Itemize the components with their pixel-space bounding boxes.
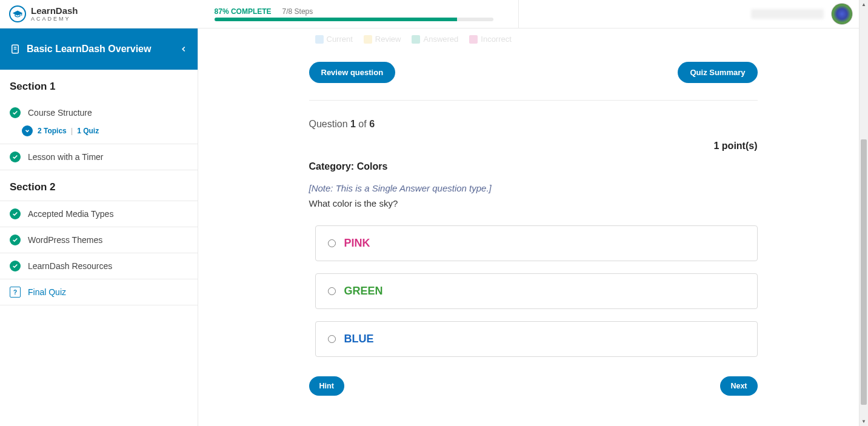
question-note: [Note: This is a Single Answer question …: [309, 183, 758, 193]
answer-label: PINK: [344, 237, 370, 250]
answer-label: BLUE: [344, 333, 374, 345]
review-question-button[interactable]: Review question: [309, 62, 396, 83]
app-root: LearnDash ACADEMY 87% COMPLETE 7/8 Steps: [0, 0, 868, 426]
main-content: Current Review Answered Incorrect Review…: [198, 28, 868, 426]
top-button-row: Review question Quiz Summary: [309, 51, 758, 100]
legend-review: Review: [364, 35, 401, 44]
expand-row: 2 Topics | 1 Quiz: [0, 125, 198, 144]
question-word: Question: [309, 119, 350, 129]
separator: |: [71, 127, 73, 135]
progress-steps: 7/8 Steps: [282, 7, 313, 16]
sidebar-item-label: WordPress Themes: [28, 235, 102, 245]
next-button[interactable]: Next: [720, 376, 757, 396]
lesson-icon: [10, 44, 21, 55]
username-blurred: [751, 9, 824, 19]
quiz-content: Current Review Answered Incorrect Review…: [306, 28, 761, 420]
scroll-down-arrow[interactable]: ▼: [860, 417, 868, 426]
sidebar-item-label: Final Quiz: [28, 287, 66, 297]
topics-count: 2 Topics: [38, 127, 67, 135]
question-counter: Question 1 of 6: [309, 119, 758, 130]
question-text: What color is the sky?: [309, 198, 758, 208]
divider: [309, 100, 758, 101]
progress-labels: 87% COMPLETE 7/8 Steps: [215, 7, 493, 16]
sidebar: Basic LearnDash Overview Section 1 Cours…: [0, 28, 198, 426]
answer-label: GREEN: [344, 285, 383, 298]
sidebar-header: Basic LearnDash Overview: [0, 28, 198, 70]
progress-bar: [215, 18, 493, 21]
sidebar-item-lesson-timer[interactable]: Lesson with a Timer: [0, 144, 198, 170]
radio-green[interactable]: [328, 287, 336, 295]
legend-answered: Answered: [412, 35, 458, 44]
quiz-icon: ?: [10, 287, 21, 298]
sidebar-item-label: Accepted Media Types: [28, 209, 113, 219]
chevron-left-icon: [179, 45, 188, 53]
sidebar-collapse[interactable]: [179, 45, 188, 53]
progress-fill: [215, 18, 457, 21]
sidebar-item-label: Lesson with a Timer: [28, 152, 104, 162]
sidebar-item-ld-resources[interactable]: LearnDash Resources: [0, 253, 198, 279]
legend-row: Current Review Answered Incorrect: [309, 28, 758, 48]
body: Basic LearnDash Overview Section 1 Cours…: [0, 28, 868, 426]
header-right: [751, 3, 859, 25]
category-label: Category: Colors: [309, 161, 758, 172]
question-total: 6: [369, 119, 375, 129]
brand-name: LearnDash: [31, 6, 78, 15]
scrollbar[interactable]: ▲ ▼: [859, 0, 868, 426]
check-icon: [10, 208, 21, 219]
progress-percent: 87% COMPLETE: [215, 7, 272, 16]
scroll-up-arrow[interactable]: ▲: [860, 0, 868, 9]
header: LearnDash ACADEMY 87% COMPLETE 7/8 Steps: [0, 0, 868, 28]
check-icon: [10, 107, 21, 118]
legend-current: Current: [315, 35, 353, 44]
header-divider: [518, 0, 519, 28]
legend-incorrect: Incorrect: [469, 35, 512, 44]
brand-sub: ACADEMY: [31, 16, 78, 22]
answer-option-green[interactable]: GREEN: [315, 273, 758, 309]
avatar[interactable]: [831, 3, 853, 25]
bottom-button-row: Hint Next: [309, 376, 758, 396]
sidebar-item-label: Course Structure: [28, 108, 92, 118]
hint-button[interactable]: Hint: [309, 376, 344, 396]
quiz-summary-button[interactable]: Quiz Summary: [678, 62, 757, 83]
sidebar-item-final-quiz[interactable]: ? Final Quiz: [0, 279, 198, 305]
section2-heading: Section 2: [0, 170, 198, 201]
of-word: of: [356, 119, 369, 129]
scrollbar-track[interactable]: [860, 9, 868, 417]
question-num: 1: [350, 119, 356, 129]
sidebar-item-accepted-media[interactable]: Accepted Media Types: [0, 201, 198, 227]
check-icon: [10, 261, 21, 271]
answer-option-pink[interactable]: PINK: [315, 225, 758, 261]
sidebar-item-label: LearnDash Resources: [28, 261, 112, 271]
check-icon: [10, 151, 21, 162]
scrollbar-thumb[interactable]: [861, 139, 867, 404]
quiz-count: 1 Quiz: [77, 127, 99, 135]
logo[interactable]: LearnDash ACADEMY: [9, 5, 78, 22]
radio-blue[interactable]: [328, 335, 336, 343]
sidebar-item-wp-themes[interactable]: WordPress Themes: [0, 227, 198, 253]
expand-toggle[interactable]: [22, 125, 33, 136]
section1-heading: Section 1: [0, 70, 198, 100]
answers-list: PINK GREEN BLUE: [309, 225, 758, 357]
answer-option-blue[interactable]: BLUE: [315, 321, 758, 357]
chevron-down-icon: [24, 128, 30, 134]
points: 1 point(s): [309, 141, 758, 151]
radio-pink[interactable]: [328, 239, 336, 247]
check-icon: [10, 235, 21, 245]
sidebar-item-course-structure[interactable]: Course Structure: [0, 100, 198, 125]
logo-icon: [9, 5, 26, 22]
progress-area: 87% COMPLETE 7/8 Steps: [215, 7, 493, 21]
logo-text: LearnDash ACADEMY: [31, 6, 78, 22]
sidebar-title: Basic LearnDash Overview: [27, 44, 151, 55]
